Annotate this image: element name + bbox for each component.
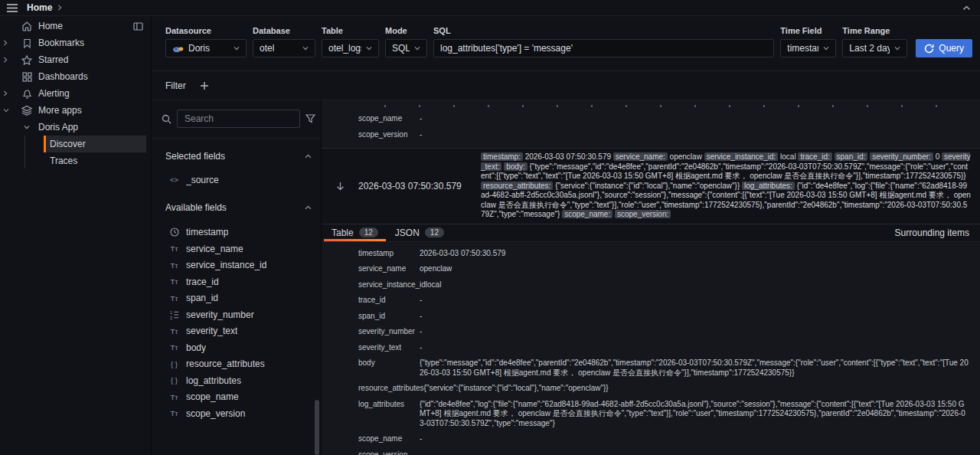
datasource-select[interactable]: Doris — [165, 39, 247, 57]
text-icon: Tт — [168, 410, 180, 417]
field-name: scope_name — [186, 391, 239, 402]
sidebar-item-home[interactable]: Home — [0, 18, 151, 34]
log-field-chip[interactable]: span_id: — [835, 152, 868, 161]
query-button[interactable]: Query — [916, 39, 972, 57]
field-name: span_id — [186, 293, 218, 303]
query-field-table: Tableotel_logs — [322, 26, 379, 57]
collapse-chevron-up-icon[interactable] — [305, 205, 312, 210]
field-item-scope_name[interactable]: Tтscope_name — [152, 389, 321, 406]
query-field-label: Mode — [385, 26, 427, 35]
detail-value: {"type":"message","id":"de4e8fee","paren… — [420, 358, 980, 378]
filter-funnel-icon[interactable] — [305, 114, 315, 123]
detail-key[interactable]: severity_text — [358, 343, 420, 353]
detail-value: - — [420, 343, 980, 353]
log-field-value: 0 — [936, 152, 940, 161]
detail-key[interactable]: trace_id — [358, 296, 420, 306]
field-item-span_id[interactable]: Tтspan_id — [152, 290, 321, 307]
detail-key[interactable]: span_id — [358, 312, 420, 322]
detail-row: log_attributes{"id":"de4e8fee","log":{"f… — [322, 397, 980, 432]
timefield-select[interactable]: timestamp — [780, 39, 836, 57]
sidebar-item-discover[interactable]: Discover — [0, 136, 151, 152]
field-item-timestamp[interactable]: timestamp — [152, 224, 321, 241]
log-field-chip[interactable]: scope_name: — [562, 210, 612, 218]
sidebar-item-more-apps[interactable]: More apps — [0, 102, 151, 119]
collapse-chevron-up-icon[interactable] — [305, 154, 312, 159]
clock-icon — [168, 228, 180, 237]
log-field-chip[interactable]: resource_attributes: — [481, 182, 553, 190]
tab-json[interactable]: JSON12 — [387, 224, 452, 241]
log-field-chip[interactable]: scope_version: — [615, 210, 671, 218]
field-item-body[interactable]: Tтbody — [152, 339, 321, 356]
log-field-chip[interactable]: timestamp: — [481, 152, 523, 161]
number-list-icon: 12 — [168, 310, 180, 319]
field-item-scope_version[interactable]: Tтscope_version — [152, 405, 321, 422]
detail-key[interactable]: body — [358, 358, 420, 378]
mode-select[interactable]: SQL — [385, 39, 427, 57]
sidebar-item-alerting[interactable]: Alerting — [0, 85, 151, 102]
field-item-log_attributes[interactable]: { }log_attributes — [152, 372, 321, 389]
clipped-log-row — [322, 100, 980, 110]
fields-panel-scrollbar[interactable] — [315, 400, 319, 455]
detail-key[interactable]: scope_name — [358, 114, 420, 124]
query-field-mode: ModeSQL — [385, 26, 427, 57]
detail-key[interactable]: scope_version — [358, 130, 420, 140]
detail-key[interactable]: severity_number — [358, 327, 420, 337]
detail-key[interactable]: service_instance_id — [358, 280, 426, 290]
surrounding-items-button[interactable]: Surrounding items — [895, 228, 969, 238]
timerange-select[interactable]: Last 2 days — [842, 39, 907, 57]
detail-key[interactable]: timestamp — [358, 249, 420, 259]
menu-icon[interactable] — [7, 4, 18, 12]
sidebar-item-bookmarks[interactable]: Bookmarks — [0, 34, 151, 51]
sidebar-item-label: More apps — [0, 105, 82, 116]
detail-row: scope_name- — [322, 110, 980, 127]
breadcrumb-home[interactable]: Home — [27, 2, 52, 13]
log-field-chip[interactable]: body: — [504, 162, 527, 171]
fields-search-input[interactable] — [183, 113, 294, 125]
sidebar-item-starred[interactable]: Starred — [0, 51, 151, 68]
field-item-trace_id[interactable]: Tтtrace_id — [152, 273, 321, 290]
tab-count-badge: 12 — [425, 228, 444, 237]
log-field-chip[interactable]: service_instance_id: — [704, 152, 779, 161]
main-panel: DatasourceDorisDatabaseotelTableotel_log… — [152, 16, 980, 455]
search-box — [177, 110, 300, 128]
detail-key[interactable]: service_name — [358, 264, 420, 274]
bookmark-icon — [21, 38, 33, 48]
tab-table[interactable]: Table12 — [323, 224, 387, 241]
dock-icon[interactable] — [133, 22, 143, 31]
text-icon: Tт — [168, 262, 180, 270]
svg-text:2: 2 — [170, 315, 172, 319]
detail-key[interactable]: resource_attributes — [358, 384, 424, 394]
log-timestamp: 2026-03-03 07:50:30.579 — [358, 149, 481, 224]
sidebar-item-dashboards[interactable]: Dashboards — [0, 68, 151, 85]
sidebar-item-traces[interactable]: Traces — [0, 152, 151, 169]
detail-key[interactable]: log_attributes — [358, 400, 420, 429]
log-field-chip[interactable]: trace_id: — [798, 152, 831, 161]
detail-value: - — [420, 114, 980, 124]
detail-row: timestamp2026-03-03 07:50:30.579 — [322, 246, 980, 262]
detail-row: trace_id- — [322, 293, 980, 309]
field-item-_source[interactable]: <>_source — [152, 172, 321, 188]
field-item-severity_text[interactable]: Tтseverity_text — [152, 323, 321, 340]
field-item-service_instance_id[interactable]: Tтservice_instance_id — [152, 257, 321, 274]
timefield-selected-value: timestamp — [787, 43, 818, 54]
field-name: body — [186, 342, 206, 353]
field-item-service_name[interactable]: Tтservice_name — [152, 241, 321, 257]
add-filter-plus-icon[interactable] — [200, 81, 209, 90]
field-item-severity_number[interactable]: 12severity_number — [152, 306, 321, 323]
sidebar-item-doris-app[interactable]: Doris App — [0, 119, 151, 136]
table-select[interactable]: otel_logs — [322, 39, 379, 57]
log-field-value: {"type":"message","id":"de4e8fee","paren… — [481, 162, 968, 181]
detail-key[interactable]: scope_name — [358, 434, 420, 444]
field-item-resource_attributes[interactable]: { }resource_attributes — [152, 356, 321, 373]
database-select[interactable]: otel — [253, 39, 315, 57]
log-field-chip[interactable]: severity_number: — [870, 152, 933, 161]
sql-input[interactable] — [433, 39, 774, 57]
log-field-chip[interactable]: log_attributes: — [742, 182, 795, 190]
log-field-chip[interactable]: service_name: — [613, 152, 668, 161]
detail-key[interactable]: scope_version — [358, 450, 420, 455]
collapse-topbar-chevron-up-icon[interactable] — [962, 5, 971, 11]
query-button-label: Query — [939, 43, 964, 54]
log-panel: scope_name-scope_version- 2026-03-03 07:… — [322, 100, 980, 455]
text-icon: Tт — [168, 295, 180, 303]
collapse-row-arrow-down-icon[interactable] — [322, 149, 358, 224]
